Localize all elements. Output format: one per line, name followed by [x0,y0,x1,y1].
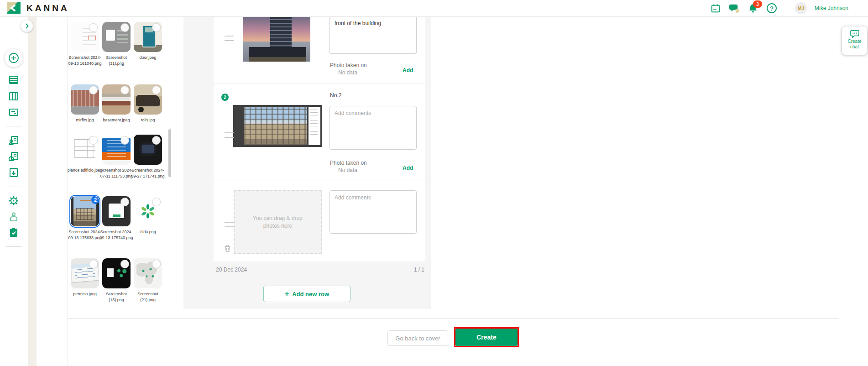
board-view-icon[interactable] [8,91,19,102]
row-photo-construction[interactable] [233,105,322,147]
gallery-item-selected: 2 Screenshot 2024-09-13 175638.png [67,196,103,241]
thumbnail-image[interactable] [134,258,162,288]
rail-divider [6,246,22,247]
calendar-icon[interactable] [710,3,721,14]
select-circle[interactable] [120,86,129,94]
gallery-scrollbar[interactable] [168,129,171,177]
gallery-item: permiso.jpeg [67,258,103,297]
row-drag-handle[interactable] [225,222,234,227]
select-circle[interactable] [120,23,129,32]
comment-textarea[interactable] [329,190,417,234]
select-circle[interactable] [120,260,129,268]
create-chat-button[interactable]: Create chat [842,26,867,55]
thumbnail-image[interactable] [102,22,131,52]
property-doc-icon[interactable] [8,151,19,162]
select-circle[interactable] [89,136,98,145]
thumbnail-filename: rolls.jpg [130,117,166,123]
app-window: KANNA 3 [0,0,868,366]
thumbnail-image[interactable] [134,135,162,165]
thumbnail-image[interactable]: 2 [71,196,99,226]
thumbnail-image[interactable] [102,258,131,288]
select-circle[interactable] [152,136,161,145]
gallery-item: Alda.png [130,196,166,235]
kanna-logo[interactable]: KANNA [7,2,69,14]
row-drag-handle[interactable] [225,132,234,138]
row-divider [214,83,425,84]
annotation-highlight-box: Create [454,327,519,347]
gallery-item: rolls.jpg [130,84,166,123]
settings-gear-icon[interactable] [8,195,19,206]
thumbnail-filename: Screenshot 2024-09-27 171741.png [130,167,166,179]
thumbnail-image[interactable] [71,84,99,115]
thumbnail-filename: Screenshot (31).png [99,55,134,67]
add-date-link[interactable]: Add [403,67,413,73]
bell-icon[interactable]: 3 [748,3,758,14]
panel-expand-chevron[interactable] [21,20,33,32]
thumbnail-image[interactable] [134,84,162,115]
user-name[interactable]: Mike Johnson [815,5,848,11]
go-back-to-cover-button[interactable]: Go back to cover [387,330,448,346]
row-number-badge: 2 [221,94,229,101]
thumbnail-image[interactable] [134,196,162,226]
comment-textarea[interactable]: front of the building [329,16,417,54]
select-circle[interactable] [152,260,161,268]
gallery-item: Screenshot 2024-07-11 111753.png [99,135,134,179]
thumbnail-filename: Screenshot 2024-09-13 175740.png [99,229,134,241]
row-drag-handle[interactable] [225,36,234,41]
thumbnail-filename: Screenshot (21).png [130,291,166,303]
select-circle[interactable] [152,86,161,94]
select-circle[interactable] [89,23,98,32]
thumbnail-image[interactable] [71,135,99,165]
footer-divider [67,318,839,319]
create-button[interactable]: Create [455,329,518,346]
thumbnail-filename: Screenshot (13).png [99,291,134,303]
add-new-row-button[interactable]: + Add new row [263,286,350,302]
dropzone-hint: You can drag & drop photos here [248,214,308,230]
chat-icon[interactable] [729,3,740,14]
select-circle[interactable] [89,86,98,94]
chat-bubble-icon [850,30,859,38]
plus-icon: + [285,290,289,298]
delete-row-icon[interactable] [224,245,231,254]
add-date-link[interactable]: Add [403,165,413,171]
page-indicator: 1 / 1 [414,267,424,273]
import-clipboard-icon[interactable] [8,167,19,178]
gallery-item: planos edificio.jpeg [67,135,103,173]
contact-doc-icon[interactable] [8,135,19,146]
thumbnail-image[interactable] [71,258,99,288]
gallery-item: Screenshot 2024-09-13 175740.png [99,196,134,241]
thumbnail-image[interactable] [102,196,131,226]
card-view-icon[interactable] [8,107,19,118]
tasks-clipboard-icon[interactable] [8,227,19,238]
select-circle[interactable] [120,198,129,206]
gallery-item: Screenshot (31).png [99,22,134,67]
thumbnail-image[interactable] [102,84,131,115]
comment-textarea[interactable] [329,106,417,150]
create-chat-label: Create chat [845,39,865,50]
select-circle[interactable] [152,23,161,32]
thumbnail-filename: Screenshot 2024-09-13 161040.png [67,55,103,67]
list-view-icon[interactable] [8,74,19,85]
thumbnail-image[interactable] [102,135,131,165]
avatar[interactable]: MJ [795,2,807,14]
left-icon-rail [0,16,28,366]
gallery-item: Screenshot (13).png [99,258,134,303]
select-circle[interactable] [120,136,129,145]
row-photo-building[interactable] [243,16,310,62]
select-circle[interactable] [89,260,98,268]
select-circle[interactable] [152,198,161,206]
photo-dropzone[interactable]: You can drag & drop photos here [234,190,322,254]
thumbnail-filename: planos edificio.jpeg [67,167,103,173]
photo-taken-label: Photo taken on [330,62,367,68]
row-divider [214,179,425,179]
thumbnail-image[interactable] [71,22,99,52]
brand-name: KANNA [26,3,69,13]
thumbnail-image[interactable] [134,22,162,52]
thumbnail-filename: Screenshot 2024-09-13 175638.png [67,229,103,241]
rail-divider [6,187,22,187]
notification-badge: 3 [753,0,762,8]
profile-icon[interactable] [8,211,19,222]
help-icon[interactable]: ? [766,3,777,14]
add-button[interactable] [5,49,23,67]
rail-divider [6,126,22,126]
